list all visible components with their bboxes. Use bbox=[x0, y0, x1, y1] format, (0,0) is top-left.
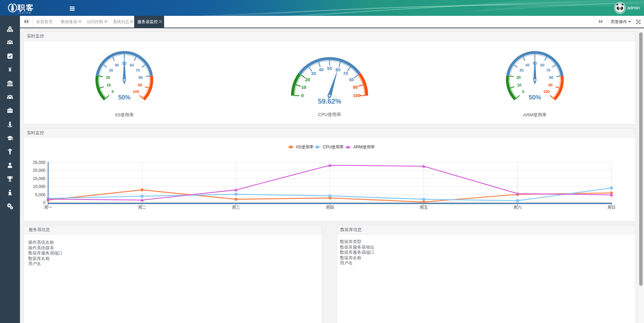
svg-text:IZHIKE: IZHIKE bbox=[18, 12, 32, 14]
svg-text:¥: ¥ bbox=[9, 67, 12, 73]
